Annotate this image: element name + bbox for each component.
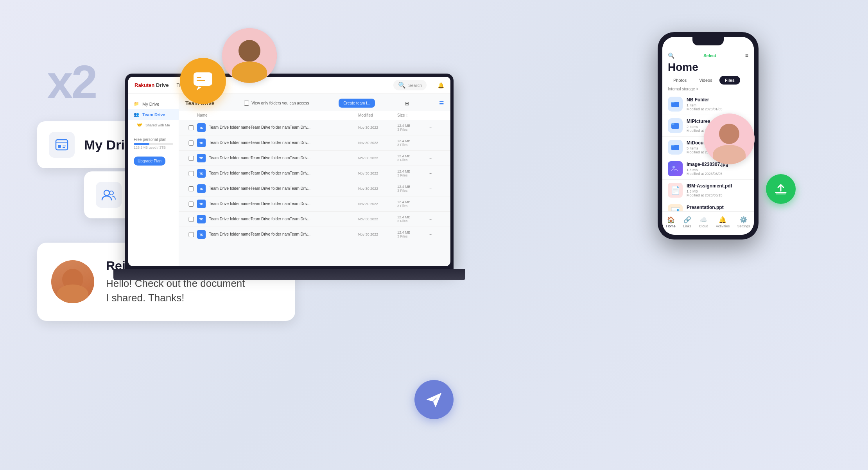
- file-meta: 1 Item Modified at 2023/01/05: [687, 103, 748, 111]
- table-row[interactable]: TD Team Drive folder nameTeam Drive fold…: [179, 151, 450, 166]
- bell-icon: 🔔: [719, 216, 726, 223]
- table-row[interactable]: TD Team Drive folder nameTeam Drive fold…: [179, 227, 450, 242]
- file-info: Presentation.ppt 1.3 MB Modified at 2023…: [687, 205, 748, 211]
- phone-select-button[interactable]: Select: [703, 53, 716, 58]
- team-drive-icon-box: [96, 182, 122, 208]
- table-row[interactable]: TD Team Drive folder nameTeam Drive fold…: [179, 120, 450, 135]
- list-view-icon[interactable]: ☰: [439, 100, 444, 106]
- svg-rect-13: [671, 164, 680, 173]
- file-meta: 1.3 MB Modified at 2023/03/15: [687, 189, 748, 197]
- avatar-right: [704, 113, 755, 164]
- folder-icon: 📁: [134, 101, 139, 106]
- rakuten-logo: Rakuten Drive: [135, 82, 169, 88]
- table-row[interactable]: TD Team Drive folder nameTeam Drive fold…: [179, 181, 450, 196]
- row-checkbox[interactable]: [185, 140, 197, 146]
- laptop-screen: Rakuten Drive Transfer Cloud 🔍 Search 🔔 …: [125, 74, 454, 269]
- row-checkbox[interactable]: [185, 171, 197, 176]
- row-checkbox[interactable]: [185, 217, 197, 222]
- x2-multiplier-badge: x2: [47, 55, 96, 109]
- svg-rect-15: [776, 193, 786, 194]
- svg-rect-8: [671, 102, 674, 103]
- files-table-header: Name Modified Size ↕: [179, 111, 450, 120]
- table-row[interactable]: TD Team Drive folder nameTeam Drive fold…: [179, 196, 450, 212]
- upgrade-button[interactable]: Upgrade Plan: [134, 157, 165, 166]
- phone-bottom-nav: 🏠 Home 🔗 Links ☁️ Cloud 🔔 Activities ⚙️: [662, 211, 754, 235]
- create-team-button[interactable]: Create team f...: [339, 99, 375, 108]
- storage-bar-fill: [134, 143, 149, 145]
- pdf-icon: 📄: [668, 183, 683, 198]
- avatar-top: [222, 28, 277, 83]
- row-menu-icon[interactable]: ⋯: [429, 141, 444, 145]
- table-row[interactable]: TD Team Drive folder nameTeam Drive fold…: [179, 166, 450, 181]
- view-only-toggle[interactable]: View only folders you can access: [244, 101, 309, 106]
- row-menu-icon[interactable]: ⋯: [429, 171, 444, 176]
- row-checkbox[interactable]: [185, 125, 197, 130]
- message-avatar: [51, 260, 94, 303]
- svg-point-6: [109, 191, 113, 195]
- phone-nav-cloud[interactable]: ☁️ Cloud: [699, 216, 708, 228]
- list-item[interactable]: 📄 IBM-Assignment.pdf 1.3 MB Modified at …: [662, 180, 754, 201]
- notification-icon[interactable]: 🔔: [438, 82, 444, 88]
- phone-nav-home[interactable]: 🏠 Home: [666, 216, 676, 228]
- sidebar-item-teamdrive[interactable]: 👥 Team Drive: [128, 109, 179, 120]
- grid-view-icon[interactable]: ⊞: [405, 100, 409, 106]
- phone-breadcrumb: Internal storage >: [662, 87, 754, 94]
- search-bar[interactable]: 🔍 Search: [393, 80, 427, 90]
- svg-rect-12: [671, 145, 674, 146]
- svg-rect-3: [56, 140, 68, 150]
- svg-rect-10: [671, 123, 674, 125]
- svg-rect-4: [58, 145, 61, 148]
- table-row[interactable]: TD Team Drive folder nameTeam Drive fold…: [179, 135, 450, 151]
- ppt-icon: 📊: [668, 204, 683, 211]
- row-checkbox[interactable]: [185, 202, 197, 207]
- upload-fab-button[interactable]: [766, 174, 796, 204]
- laptop-device: Rakuten Drive Transfer Cloud 🔍 Search 🔔 …: [125, 74, 454, 293]
- team-folder-icon: 👥: [134, 112, 139, 117]
- links-icon: 🔗: [683, 216, 691, 223]
- file-name: IBM-Assignment.pdf: [687, 183, 748, 189]
- phone-tab-photos[interactable]: Photos: [668, 76, 692, 85]
- svg-point-14: [673, 166, 675, 168]
- sidebar-item-mydrive[interactable]: 📁 My Drive: [128, 99, 179, 109]
- file-name: NB Folder: [687, 97, 748, 103]
- row-menu-icon[interactable]: ⋯: [429, 217, 444, 221]
- settings-icon: ⚙️: [740, 216, 748, 223]
- row-checkbox[interactable]: [185, 156, 197, 161]
- search-placeholder: Search: [408, 83, 422, 88]
- send-icon-bottom[interactable]: [414, 380, 454, 419]
- row-menu-icon[interactable]: ⋯: [429, 156, 444, 160]
- phone-nav-settings[interactable]: ⚙️ Settings: [737, 216, 750, 228]
- files-table: Name Modified Size ↕ TD Team Drive folde…: [179, 111, 450, 266]
- rakuten-content: 📁 My Drive 👥 Team Drive 🤝 Shared with Me: [128, 94, 450, 266]
- rakuten-sidebar: 📁 My Drive 👥 Team Drive 🤝 Shared with Me: [128, 94, 179, 266]
- list-item[interactable]: 📊 Presentation.ppt 1.3 MB Modified at 20…: [662, 201, 754, 211]
- row-checkbox[interactable]: [185, 232, 197, 237]
- table-row[interactable]: TD Team Drive folder nameTeam Drive fold…: [179, 212, 450, 227]
- phone-nav-links[interactable]: 🔗 Links: [683, 216, 691, 228]
- phone-notch: [692, 37, 724, 45]
- list-item[interactable]: NB Folder 1 Item Modified at 2023/01/05: [662, 94, 754, 115]
- folder-icon: [668, 118, 683, 133]
- storage-bar-bg: [134, 143, 173, 145]
- folder-icon: [668, 140, 683, 155]
- phone-tab-files[interactable]: Files: [719, 76, 740, 85]
- phone-menu-icon[interactable]: ≡: [745, 52, 748, 59]
- file-meta: 1.3 MB Modified at 2023/03/05: [687, 168, 748, 176]
- view-only-checkbox[interactable]: [244, 101, 249, 106]
- chat-bubble-icon: [180, 58, 226, 104]
- storage-area: Free personal plan 125.5MB used / 3TB: [128, 133, 179, 153]
- my-drive-icon-box: [49, 132, 75, 158]
- row-menu-icon[interactable]: ⋯: [429, 187, 444, 191]
- row-menu-icon[interactable]: ⋯: [429, 232, 444, 237]
- phone-nav-activities[interactable]: 🔔 Activities: [716, 216, 730, 228]
- storage-info: 125.5MB used / 3TB: [134, 146, 173, 149]
- sidebar-item-sharedwithme[interactable]: 🤝 Shared with Me: [128, 120, 179, 130]
- phone-search-row: 🔍 Select ≡: [662, 51, 754, 60]
- row-menu-icon[interactable]: ⋯: [429, 202, 444, 206]
- phone-search-icon[interactable]: 🔍: [668, 52, 674, 59]
- phone-tab-videos[interactable]: Videos: [694, 76, 717, 85]
- home-icon: 🏠: [667, 216, 675, 223]
- row-checkbox[interactable]: [185, 186, 197, 191]
- file-name: Presentation.ppt: [687, 205, 748, 210]
- row-menu-icon[interactable]: ⋯: [429, 126, 444, 130]
